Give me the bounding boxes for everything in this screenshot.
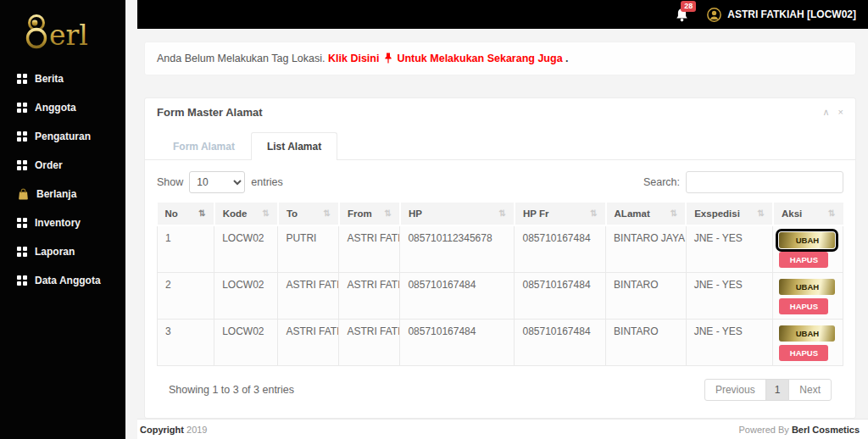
column-header[interactable]: HP Fr ⇅ [515, 203, 606, 225]
hapus-button[interactable]: HAPUS [779, 252, 828, 268]
ubah-button[interactable]: UBAH [779, 232, 835, 248]
bag-icon [17, 188, 29, 200]
grid-icon [17, 160, 27, 170]
sidebar-item-berlanja[interactable]: Berlanja [0, 180, 125, 208]
column-label: Kode [223, 208, 248, 219]
column-header[interactable]: Exspedisi ⇅ [686, 203, 773, 225]
form-master-alamat-panel: Form Master Alamat ∧ × Form AlamatList A… [144, 97, 856, 419]
brand-logo[interactable]: erl [0, 3, 125, 58]
search-label: Search: [643, 176, 680, 188]
column-label: HP [409, 208, 422, 219]
cell-hp: 085710167484 [400, 273, 515, 320]
sort-icon: ⇅ [670, 208, 677, 218]
sort-icon: ⇅ [758, 208, 765, 218]
search-input[interactable] [686, 171, 843, 193]
column-header[interactable]: To ⇅ [278, 203, 339, 225]
copyright: Copyright 2019 [140, 425, 208, 435]
main-area: 28 ASTRI FATKIAH [LOCW02] Anda Belum Mel… [125, 0, 868, 439]
sidebar-item-order[interactable]: Order [0, 151, 125, 180]
brand-logo-image: erl [18, 10, 108, 51]
collapse-icon[interactable]: ∧ [823, 108, 830, 117]
panel-tools: ∧ × [823, 108, 844, 117]
notifications-button[interactable]: 28 [676, 8, 688, 22]
cell-from: ASTRI FATKIAH [339, 225, 400, 273]
powered-prefix: Powered By [739, 425, 789, 435]
show-label: Show [157, 176, 183, 188]
cell-no: 3 [158, 320, 214, 366]
svg-text:erl: erl [49, 19, 88, 51]
sidebar-item-pengaturan[interactable]: Pengaturan [0, 122, 125, 151]
column-label: HP Fr [523, 208, 548, 219]
panel-title: Form Master Alamat [157, 106, 263, 119]
cell-from: ASTRI FATKIAH [339, 320, 400, 366]
table-area: Show 10 entries Search: [145, 160, 855, 401]
sidebar-item-label: Berlanja [36, 188, 76, 200]
panel-header: Form Master Alamat ∧ × [145, 98, 855, 125]
grid-icon [17, 131, 27, 142]
grid-icon [17, 103, 27, 113]
column-header[interactable]: Kode ⇅ [214, 203, 278, 225]
cell-aksi: UBAH HAPUS [773, 273, 843, 320]
sidebar-item-label: Inventory [35, 217, 81, 229]
page-length-select[interactable]: 10 [189, 171, 245, 193]
pagination: Previous 1 Next [705, 379, 832, 401]
sidebar-item-inventory[interactable]: Inventory [0, 208, 125, 237]
cell-to: PUTRI [278, 225, 339, 273]
powered-by: Powered By Berl Cosmetics [739, 425, 860, 435]
table-header-row: No ⇅ Kode ⇅ To ⇅ From ⇅ HP ⇅ HP Fr ⇅ ALa… [158, 203, 843, 225]
sidebar-item-data-anggota[interactable]: Data Anggota [0, 266, 125, 295]
column-header[interactable]: ALamat ⇅ [606, 203, 687, 225]
previous-page-button[interactable]: Previous [704, 379, 766, 401]
hapus-button[interactable]: HAPUS [779, 298, 828, 314]
topbar: 28 ASTRI FATKIAH [LOCW02] [137, 0, 868, 29]
sort-icon: ⇅ [262, 208, 269, 218]
next-page-button[interactable]: Next [788, 379, 832, 401]
avatar-icon [707, 8, 721, 22]
alert-link-rest: Untuk Melakukan Sekarang Juga [397, 53, 562, 64]
column-header[interactable]: No ⇅ [158, 203, 214, 225]
column-header[interactable]: From ⇅ [339, 203, 400, 225]
sidebar-item-label: Berita [35, 73, 64, 85]
cell-kode: LOCW02 [214, 320, 278, 366]
column-label: ALamat [615, 208, 650, 219]
ubah-button[interactable]: UBAH [779, 279, 835, 295]
grid-icon [17, 247, 27, 257]
cell-hp: 085710112345678 [400, 225, 515, 273]
page-number-button[interactable]: 1 [765, 379, 790, 401]
sort-icon: ⇅ [828, 208, 835, 218]
tab-form-alamat[interactable]: Form Alamat [157, 132, 251, 160]
app-root: erl Berita Anggota Pengaturan Order Berl… [0, 0, 868, 439]
sidebar-item-label: Order [35, 159, 63, 171]
sort-icon: ⇅ [590, 208, 597, 218]
sidebar-item-anggota[interactable]: Anggota [0, 93, 125, 122]
column-label: Exspedisi [694, 208, 740, 219]
sidebar-item-label: Data Anggota [35, 275, 101, 286]
sidebar: erl Berita Anggota Pengaturan Order Berl… [0, 0, 125, 439]
cell-kode: LOCW02 [214, 273, 278, 320]
sidebar-item-berita[interactable]: Berita [0, 64, 125, 93]
alert-text: Anda Belum Melakukan Tag Lokasi. [157, 53, 326, 64]
hapus-button[interactable]: HAPUS [779, 345, 828, 361]
cell-kode: LOCW02 [214, 225, 278, 273]
cell-exspedisi: JNE - YES [686, 273, 773, 320]
sidebar-item-laporan[interactable]: Laporan [0, 237, 125, 266]
grid-icon [17, 218, 27, 228]
tab-list-alamat[interactable]: List Alamat [251, 132, 337, 160]
column-label: Aksi [782, 208, 802, 219]
cell-aksi: UBAH HAPUS [773, 225, 843, 273]
user-name: ASTRI FATKIAH [LOCW02] [727, 8, 856, 20]
content: Anda Belum Melakukan Tag Lokasi. Klik Di… [125, 29, 868, 419]
cell-hp-fr: 085710167484 [515, 273, 606, 320]
sort-icon: ⇅ [198, 208, 205, 218]
table-row: 1 LOCW02 PUTRI ASTRI FATKIAH 08571011234… [158, 225, 843, 273]
table-controls: Show 10 entries Search: [157, 171, 843, 193]
column-header[interactable]: Aksi ⇅ [773, 203, 843, 225]
user-menu[interactable]: ASTRI FATKIAH [LOCW02] [707, 8, 856, 22]
cell-exspedisi: JNE - YES [686, 225, 773, 273]
cell-alamat: BINTARO [606, 273, 687, 320]
alert-link[interactable]: Klik Disini [328, 53, 379, 64]
notification-badge: 28 [681, 1, 696, 12]
column-header[interactable]: HP ⇅ [400, 203, 515, 225]
ubah-button[interactable]: UBAH [779, 325, 835, 342]
close-icon[interactable]: × [838, 108, 843, 117]
